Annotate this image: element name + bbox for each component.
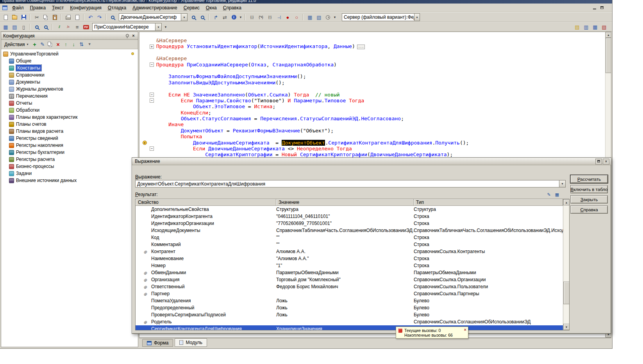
expression-dropdown-icon[interactable]: ▾: [559, 180, 565, 187]
table-row[interactable]: ДополнительныеСвойства Структура Структу…: [136, 206, 563, 213]
tab-form[interactable]: Форма: [142, 339, 173, 347]
help-button[interactable]: Справка: [570, 205, 608, 214]
module-window-icon[interactable]: ▤: [10, 23, 19, 31]
table-row[interactable]: ОбменДанными ПараметрыОбменаДанными Пара…: [136, 269, 563, 276]
tree-item-konstanty[interactable]: Константы: [1, 64, 138, 71]
add-icon[interactable]: +: [31, 41, 39, 48]
table-row[interactable]: Комментарий "" Строка: [136, 241, 563, 248]
format-block-icon[interactable]: ≡: [73, 23, 82, 31]
table-scrollbar-thumb[interactable]: [563, 282, 570, 304]
table-row[interactable]: ПометкаУдаления Ложь Булево: [136, 297, 563, 304]
tree-item-plany-schetov[interactable]: Планы счетов: [1, 121, 138, 128]
calculate-button[interactable]: Рассчитать: [570, 175, 608, 183]
step-into-icon[interactable]: {↓}: [247, 13, 256, 21]
delete-icon[interactable]: ×: [54, 41, 62, 48]
scroll-up-icon[interactable]: [605, 32, 611, 38]
table-row[interactable]: ИдентификаторОрганизации "7705260699_770…: [136, 220, 563, 227]
expand-node-icon[interactable]: [143, 250, 147, 254]
comment-lines-icon[interactable]: //: [55, 23, 64, 31]
collapse-block-icon[interactable]: −: [150, 93, 154, 97]
table-row[interactable]: Контрагент Алхимов А.А. СправочникСсылка…: [136, 248, 563, 255]
menu-text[interactable]: Текст: [49, 4, 67, 12]
tree-item-registry-rascheta[interactable]: Регистры расчета: [1, 156, 138, 163]
procedures-functions-icon[interactable]: ПУ: [82, 23, 91, 31]
table-row[interactable]: Наименование "Алхимов А.А." Строка: [136, 255, 563, 262]
table-row[interactable]: СертификатКонтрагентаДляШифрования Храни…: [136, 325, 563, 330]
tree-item-registry-svedeniy[interactable]: Регистры сведений: [1, 135, 138, 142]
table-row[interactable]: ИсходящиеДокументы СправочникТабличнаяЧа…: [136, 227, 563, 234]
table-row[interactable]: Предопределенный Ложь Булево: [136, 304, 563, 311]
more-commands-icon[interactable]: ▾: [238, 13, 243, 21]
find-next-icon[interactable]: [189, 13, 198, 21]
collapse-block-icon[interactable]: −: [150, 146, 154, 151]
edit-icon[interactable]: ✎: [39, 41, 46, 48]
include-in-board-button[interactable]: Включить в табло: [570, 185, 608, 193]
print-preview-icon[interactable]: [73, 13, 82, 21]
tree-item-dokumenty[interactable]: Документы: [1, 79, 138, 86]
close-panel-icon[interactable]: ×: [131, 33, 136, 38]
step-over-icon[interactable]: {↷}: [256, 13, 265, 21]
tree-item-registry-buhgalterii[interactable]: Регистры бухгалтерии: [1, 149, 138, 156]
menu-windows[interactable]: Окна: [203, 4, 220, 12]
dialog-close-button[interactable]: ×: [603, 159, 609, 164]
save-file-icon[interactable]: [19, 13, 28, 21]
expand-node-icon[interactable]: [143, 320, 147, 325]
sort-icon[interactable]: ⇅: [78, 41, 86, 48]
info-icon[interactable]: i: [229, 13, 238, 21]
collapse-block-icon[interactable]: −: [150, 62, 154, 67]
column-header-property[interactable]: Свойство: [136, 199, 276, 206]
split-window-icon[interactable]: ▯: [19, 23, 28, 31]
move-down-icon[interactable]: ↓: [70, 41, 78, 48]
column-header-type[interactable]: Тип: [414, 199, 563, 206]
tree-item-zhurnaly-dokumentov[interactable]: Журналы документов: [1, 86, 138, 93]
tree-item-obrabotki[interactable]: Обработки: [1, 107, 138, 114]
expand-node-icon[interactable]: [143, 285, 147, 289]
find-previous-icon[interactable]: [198, 13, 207, 21]
menu-help[interactable]: Справка: [220, 4, 245, 12]
table-scrollbar[interactable]: [563, 199, 569, 330]
tree-item-vneshnie-istochniki[interactable]: Внешние источники данных: [1, 177, 138, 184]
run-to-cursor-icon[interactable]: →|: [274, 13, 283, 21]
uncomment-lines-icon[interactable]: /×: [64, 23, 73, 31]
menu-configuration[interactable]: Конфигурация: [67, 4, 105, 12]
redo-icon[interactable]: ↷: [95, 13, 104, 21]
find-in-module-icon[interactable]: [32, 23, 41, 31]
cut-icon[interactable]: ✂: [32, 13, 41, 21]
help-contents-icon[interactable]: ▧: [600, 23, 609, 31]
editor-scrollbar-thumb[interactable]: [605, 38, 611, 73]
tree-item-obschie[interactable]: Общие: [1, 57, 138, 64]
expand-node-icon[interactable]: [143, 271, 147, 275]
arrange-windows-icon[interactable]: ▦: [305, 13, 314, 21]
performance-timer-icon[interactable]: [323, 13, 332, 21]
debug-server-combobox[interactable]: Сервер (файловый вариант):Федор ▾: [342, 13, 420, 21]
table-row[interactable]: Родитель СправочникСсылка.СоглашенияОбИс…: [136, 318, 563, 325]
menu-debug[interactable]: Отладка: [105, 4, 129, 12]
find-icon[interactable]: [108, 13, 117, 21]
tree-item-plany-vidov-rascheta[interactable]: Планы видов расчета: [1, 128, 138, 135]
table-row[interactable]: ИдентификаторКонтрагента "0461111104_046…: [136, 213, 563, 220]
table-row[interactable]: Номер "1" Строка: [136, 262, 563, 269]
disable-breakpoints-icon[interactable]: ○: [292, 13, 301, 21]
show-as-table-icon[interactable]: ▦: [554, 192, 560, 198]
print-icon[interactable]: [64, 13, 73, 21]
expand-block-icon[interactable]: +: [150, 45, 154, 49]
debug-server-dropdown-icon[interactable]: ▾: [414, 14, 420, 21]
table-row[interactable]: Организация Торговый дом "Комплексный" С…: [136, 276, 563, 283]
tooltip-close-icon[interactable]: ×: [464, 327, 466, 332]
clone-icon[interactable]: [46, 41, 54, 48]
window-titlebar[interactable]: права-мини-совмещенная отключенаВерсионн…: [0, 0, 612, 4]
tree-item-plany-vidov-kharakteristik[interactable]: Планы видов характеристик: [1, 114, 138, 121]
procedures-menu-icon[interactable]: ▾: [163, 23, 168, 31]
search-history-combobox[interactable]: ДвоичныеДанныеСертиф ▾: [119, 13, 188, 21]
table-row[interactable]: Ответственный Федоров Борис Михайлович С…: [136, 283, 563, 290]
collapse-block-icon[interactable]: −: [150, 98, 154, 103]
goto-line-icon[interactable]: ↱: [211, 13, 220, 21]
table-scroll-up-icon[interactable]: [563, 199, 570, 205]
menu-file[interactable]: Файл: [9, 4, 27, 12]
expression-input[interactable]: ДокументОбъект.СертификатКонтрагентаДляШ…: [135, 180, 566, 187]
menu-edit[interactable]: Правка: [27, 4, 49, 12]
templates-icon[interactable]: ▤: [573, 23, 582, 31]
procedure-dropdown-icon[interactable]: ▾: [155, 23, 161, 30]
open-file-icon[interactable]: [10, 13, 19, 21]
call-stack-icon[interactable]: ▧: [314, 13, 323, 21]
